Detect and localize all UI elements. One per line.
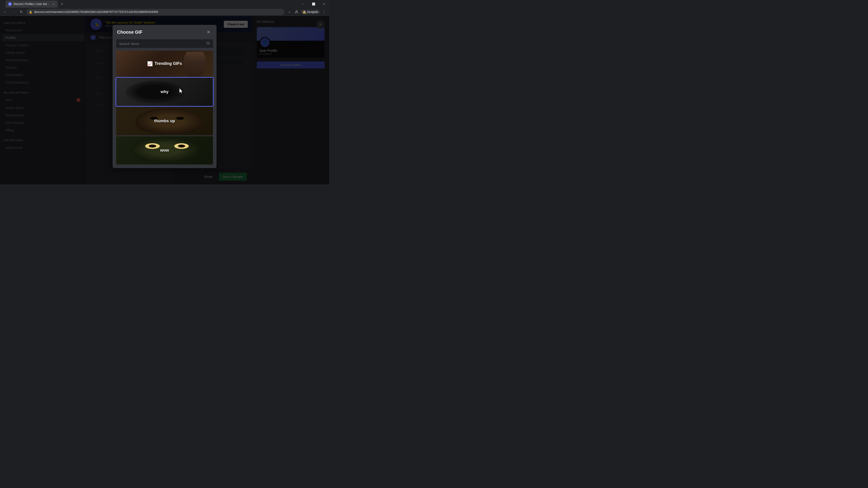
modal-overlay[interactable]: Choose GIF ✕ — [0, 16, 329, 184]
gif-grid: 📈 Trending GIFs why — [113, 51, 217, 168]
profile-button[interactable] — [293, 9, 300, 15]
gif-thumbsup-label: thumbs up — [154, 119, 175, 123]
maximize-button[interactable]: ⬜ — [308, 0, 319, 8]
svg-line-2 — [209, 44, 210, 44]
tab-title: Discord | Profiles | User Settings — [13, 2, 50, 6]
gif-trending[interactable]: 📈 Trending GIFs — [116, 51, 213, 77]
minimize-button[interactable]: ─ — [298, 0, 308, 8]
trending-gifs-label: Trending GIFs — [155, 61, 182, 66]
trending-chart-icon: 📈 — [147, 61, 153, 66]
modal-close-button[interactable]: ✕ — [205, 29, 212, 36]
address-bar[interactable]: 🔒 discord.com/channels/11823468517819843… — [26, 9, 284, 15]
gif-wow-label: wow — [160, 148, 169, 153]
tab-favicon: D — [8, 2, 12, 6]
discord-app: USER SETTINGS My Account Profiles Privac… — [0, 16, 329, 184]
browser-chrome: D Discord | Profiles | User Settings ✕ +… — [0, 0, 329, 16]
modal-title: Choose GIF — [117, 30, 143, 35]
choose-gif-modal: Choose GIF ✕ — [113, 25, 217, 168]
toolbar-actions: ☆ 🕵️ Incognito ⋮ — [286, 9, 327, 15]
svg-point-1 — [207, 42, 209, 44]
refresh-button[interactable]: ↻ — [18, 9, 24, 15]
gif-why-label: why — [160, 90, 168, 94]
gif-search-input[interactable] — [119, 42, 205, 46]
gif-why[interactable]: why — [116, 78, 213, 106]
back-button[interactable]: ← — [2, 9, 8, 15]
url-text: discord.com/channels/1182346851781984336… — [34, 10, 158, 13]
search-icon — [206, 41, 210, 46]
active-tab[interactable]: D Discord | Profiles | User Settings ✕ — [5, 0, 58, 8]
gif-wow[interactable]: wow — [116, 136, 213, 164]
incognito-badge: 🕵️ Incognito — [301, 10, 320, 14]
svg-point-0 — [296, 10, 298, 12]
close-button[interactable]: ✕ — [319, 0, 329, 8]
forward-button[interactable]: → — [10, 9, 16, 15]
new-tab-button[interactable]: + — [59, 1, 65, 7]
gif-thumbsup[interactable]: thumbs up — [116, 107, 213, 135]
lock-icon: 🔒 — [29, 10, 32, 13]
gif-search-bar — [116, 39, 213, 48]
tab-close-button[interactable]: ✕ — [52, 2, 55, 6]
menu-button[interactable]: ⋮ — [321, 9, 327, 15]
cursor-pointer — [180, 88, 184, 95]
modal-header: Choose GIF ✕ — [113, 25, 217, 39]
bookmark-button[interactable]: ☆ — [286, 9, 292, 15]
browser-toolbar: ← → ↻ 🔒 discord.com/channels/11823468517… — [0, 8, 329, 15]
